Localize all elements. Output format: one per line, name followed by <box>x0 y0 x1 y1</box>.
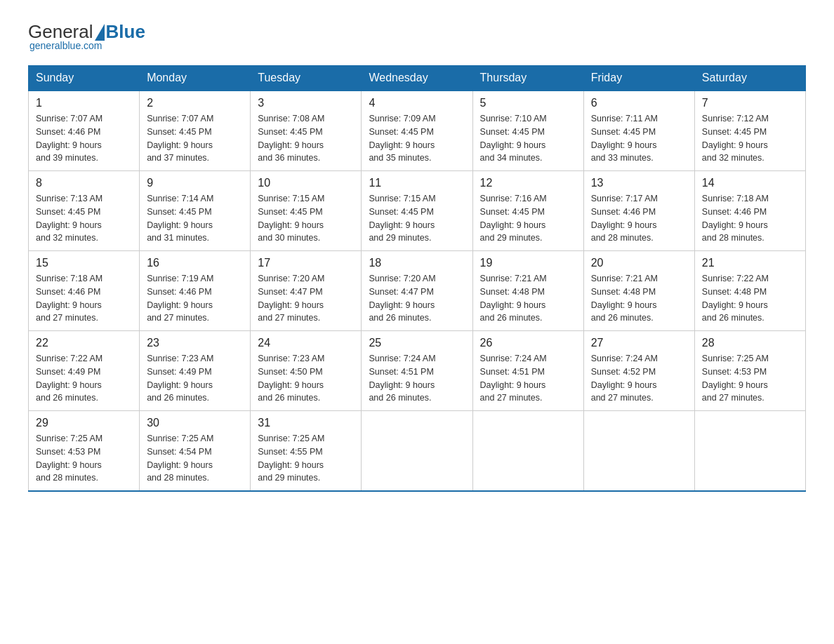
calendar-week-row: 22Sunrise: 7:22 AMSunset: 4:49 PMDayligh… <box>29 331 806 411</box>
day-number: 1 <box>36 97 132 109</box>
calendar-cell: 22Sunrise: 7:22 AMSunset: 4:49 PMDayligh… <box>29 331 140 411</box>
day-info: Sunrise: 7:20 AMSunset: 4:47 PMDaylight:… <box>258 272 354 325</box>
day-number: 25 <box>369 337 465 349</box>
calendar-week-row: 15Sunrise: 7:18 AMSunset: 4:46 PMDayligh… <box>29 251 806 331</box>
calendar-week-row: 8Sunrise: 7:13 AMSunset: 4:45 PMDaylight… <box>29 171 806 251</box>
calendar-cell: 20Sunrise: 7:21 AMSunset: 4:48 PMDayligh… <box>583 251 694 331</box>
day-info: Sunrise: 7:15 AMSunset: 4:45 PMDaylight:… <box>369 192 465 245</box>
day-number: 7 <box>702 97 798 109</box>
calendar-cell: 24Sunrise: 7:23 AMSunset: 4:50 PMDayligh… <box>251 331 362 411</box>
calendar-cell: 17Sunrise: 7:20 AMSunset: 4:47 PMDayligh… <box>251 251 362 331</box>
day-number: 26 <box>480 337 576 349</box>
day-info: Sunrise: 7:18 AMSunset: 4:46 PMDaylight:… <box>702 192 798 245</box>
day-number: 17 <box>258 257 354 269</box>
calendar-cell: 10Sunrise: 7:15 AMSunset: 4:45 PMDayligh… <box>251 171 362 251</box>
calendar-cell: 16Sunrise: 7:19 AMSunset: 4:46 PMDayligh… <box>140 251 251 331</box>
calendar-week-row: 1Sunrise: 7:07 AMSunset: 4:46 PMDaylight… <box>29 90 806 171</box>
day-number: 15 <box>36 257 132 269</box>
day-number: 10 <box>258 177 354 189</box>
page-header: General Blue generalblue.com <box>28 21 806 51</box>
day-number: 9 <box>147 177 243 189</box>
calendar-cell: 15Sunrise: 7:18 AMSunset: 4:46 PMDayligh… <box>29 251 140 331</box>
day-number: 2 <box>147 97 243 109</box>
day-number: 30 <box>147 417 243 429</box>
day-info: Sunrise: 7:07 AMSunset: 4:45 PMDaylight:… <box>147 112 243 165</box>
calendar-cell: 14Sunrise: 7:18 AMSunset: 4:46 PMDayligh… <box>694 171 805 251</box>
calendar-cell: 23Sunrise: 7:23 AMSunset: 4:49 PMDayligh… <box>140 331 251 411</box>
day-info: Sunrise: 7:13 AMSunset: 4:45 PMDaylight:… <box>36 192 132 245</box>
day-number: 11 <box>369 177 465 189</box>
day-info: Sunrise: 7:25 AMSunset: 4:55 PMDaylight:… <box>258 432 354 485</box>
calendar-week-row: 29Sunrise: 7:25 AMSunset: 4:53 PMDayligh… <box>29 411 806 492</box>
day-info: Sunrise: 7:23 AMSunset: 4:50 PMDaylight:… <box>258 352 354 405</box>
day-info: Sunrise: 7:25 AMSunset: 4:54 PMDaylight:… <box>147 432 243 485</box>
day-info: Sunrise: 7:24 AMSunset: 4:51 PMDaylight:… <box>480 352 576 405</box>
calendar-cell: 6Sunrise: 7:11 AMSunset: 4:45 PMDaylight… <box>583 90 694 171</box>
calendar-cell: 5Sunrise: 7:10 AMSunset: 4:45 PMDaylight… <box>472 90 583 171</box>
calendar-cell: 18Sunrise: 7:20 AMSunset: 4:47 PMDayligh… <box>362 251 472 331</box>
calendar-table: SundayMondayTuesdayWednesdayThursdayFrid… <box>28 65 806 492</box>
day-info: Sunrise: 7:22 AMSunset: 4:49 PMDaylight:… <box>36 352 132 405</box>
day-number: 8 <box>36 177 132 189</box>
calendar-cell: 25Sunrise: 7:24 AMSunset: 4:51 PMDayligh… <box>362 331 472 411</box>
day-number: 28 <box>702 337 798 349</box>
calendar-cell: 29Sunrise: 7:25 AMSunset: 4:53 PMDayligh… <box>29 411 140 492</box>
day-info: Sunrise: 7:21 AMSunset: 4:48 PMDaylight:… <box>480 272 576 325</box>
day-info: Sunrise: 7:20 AMSunset: 4:47 PMDaylight:… <box>369 272 465 325</box>
calendar-cell <box>362 411 472 492</box>
day-number: 21 <box>702 257 798 269</box>
calendar-cell: 3Sunrise: 7:08 AMSunset: 4:45 PMDaylight… <box>251 90 362 171</box>
day-info: Sunrise: 7:10 AMSunset: 4:45 PMDaylight:… <box>480 112 576 165</box>
day-info: Sunrise: 7:25 AMSunset: 4:53 PMDaylight:… <box>36 432 132 485</box>
day-info: Sunrise: 7:23 AMSunset: 4:49 PMDaylight:… <box>147 352 243 405</box>
day-info: Sunrise: 7:14 AMSunset: 4:45 PMDaylight:… <box>147 192 243 245</box>
day-info: Sunrise: 7:22 AMSunset: 4:48 PMDaylight:… <box>702 272 798 325</box>
calendar-cell: 28Sunrise: 7:25 AMSunset: 4:53 PMDayligh… <box>694 331 805 411</box>
day-number: 24 <box>258 337 354 349</box>
day-number: 31 <box>258 417 354 429</box>
header-sunday: Sunday <box>29 66 140 91</box>
day-info: Sunrise: 7:19 AMSunset: 4:46 PMDaylight:… <box>147 272 243 325</box>
day-number: 29 <box>36 417 132 429</box>
day-number: 12 <box>480 177 576 189</box>
day-info: Sunrise: 7:08 AMSunset: 4:45 PMDaylight:… <box>258 112 354 165</box>
day-number: 23 <box>147 337 243 349</box>
calendar-cell: 1Sunrise: 7:07 AMSunset: 4:46 PMDaylight… <box>29 90 140 171</box>
calendar-cell: 30Sunrise: 7:25 AMSunset: 4:54 PMDayligh… <box>140 411 251 492</box>
header-wednesday: Wednesday <box>362 66 472 91</box>
day-number: 18 <box>369 257 465 269</box>
day-info: Sunrise: 7:16 AMSunset: 4:45 PMDaylight:… <box>480 192 576 245</box>
day-number: 6 <box>591 97 687 109</box>
header-monday: Monday <box>140 66 251 91</box>
day-number: 19 <box>480 257 576 269</box>
day-info: Sunrise: 7:24 AMSunset: 4:52 PMDaylight:… <box>591 352 687 405</box>
day-number: 27 <box>591 337 687 349</box>
calendar-cell: 27Sunrise: 7:24 AMSunset: 4:52 PMDayligh… <box>583 331 694 411</box>
calendar-cell: 7Sunrise: 7:12 AMSunset: 4:45 PMDaylight… <box>694 90 805 171</box>
day-info: Sunrise: 7:24 AMSunset: 4:51 PMDaylight:… <box>369 352 465 405</box>
calendar-cell: 11Sunrise: 7:15 AMSunset: 4:45 PMDayligh… <box>362 171 472 251</box>
day-info: Sunrise: 7:12 AMSunset: 4:45 PMDaylight:… <box>702 112 798 165</box>
logo-tagline: generalblue.com <box>29 40 102 51</box>
logo-blue-text: Blue <box>106 21 145 43</box>
calendar-cell <box>583 411 694 492</box>
day-info: Sunrise: 7:15 AMSunset: 4:45 PMDaylight:… <box>258 192 354 245</box>
day-info: Sunrise: 7:21 AMSunset: 4:48 PMDaylight:… <box>591 272 687 325</box>
day-info: Sunrise: 7:09 AMSunset: 4:45 PMDaylight:… <box>369 112 465 165</box>
calendar-cell <box>694 411 805 492</box>
calendar-cell: 19Sunrise: 7:21 AMSunset: 4:48 PMDayligh… <box>472 251 583 331</box>
day-info: Sunrise: 7:07 AMSunset: 4:46 PMDaylight:… <box>36 112 132 165</box>
calendar-cell: 31Sunrise: 7:25 AMSunset: 4:55 PMDayligh… <box>251 411 362 492</box>
day-info: Sunrise: 7:18 AMSunset: 4:46 PMDaylight:… <box>36 272 132 325</box>
day-number: 4 <box>369 97 465 109</box>
logo-triangle-icon <box>95 24 105 41</box>
day-number: 14 <box>702 177 798 189</box>
calendar-cell: 4Sunrise: 7:09 AMSunset: 4:45 PMDaylight… <box>362 90 472 171</box>
day-number: 5 <box>480 97 576 109</box>
calendar-cell: 26Sunrise: 7:24 AMSunset: 4:51 PMDayligh… <box>472 331 583 411</box>
day-number: 20 <box>591 257 687 269</box>
day-number: 13 <box>591 177 687 189</box>
calendar-cell <box>472 411 583 492</box>
calendar-cell: 12Sunrise: 7:16 AMSunset: 4:45 PMDayligh… <box>472 171 583 251</box>
day-number: 3 <box>258 97 354 109</box>
